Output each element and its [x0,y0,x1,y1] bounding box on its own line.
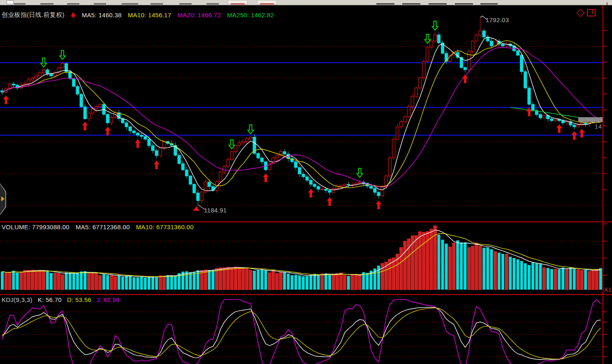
diamond-icon[interactable] [576,8,585,17]
buy-signal-arrow [579,129,585,138]
kdj-j-value: J: 62.98 [97,296,120,303]
kdj-d-line [2,308,601,359]
sell-signal-arrow [357,168,363,177]
ma5-line [2,37,601,191]
current-price-marker [578,117,603,122]
buy-signal-arrow [526,108,532,116]
expand-arrow-icon [1,196,5,201]
price-axis [603,6,607,364]
ma20-line [2,48,601,187]
menu-bar[interactable] [0,0,612,5]
buy-signal-arrow [3,95,9,104]
trading-terminal: { "main_pane": { "title": "创业板指(日线.前复权)"… [0,0,612,364]
current-price-label: 14 [595,123,602,130]
menu-item[interactable] [480,3,498,5]
menu-indicator [607,2,607,5]
menu-button-red[interactable] [228,0,248,5]
kdj-title: KDJ(9,3,3) [2,296,32,303]
low-price-annotation: 1184.91 [204,207,227,214]
up-trend-icon [71,12,76,16]
ma10-value: MA10: 1456.17 [128,12,172,18]
kdj-header: KDJ(9,3,3) K: 56.70 D: 53.56 J: 62.98 [2,296,120,303]
menu-item[interactable] [40,3,53,5]
volume-value: VOLUME: 77993088.00 [2,223,70,230]
kdj-gridlines [0,312,603,357]
menu-button-red[interactable] [257,0,277,5]
menu-item[interactable] [179,3,192,5]
sell-signal-arrow [229,140,235,149]
ma250-value: MA250: 1462.82 [227,12,274,18]
buy-signal-arrow [462,74,468,83]
menu-item[interactable] [94,3,106,5]
split-window-icon[interactable] [587,9,596,16]
buy-signal-arrow [327,197,333,206]
main-gridlines [0,46,603,205]
ma-lines-layer [2,37,601,191]
kdj-k-line [2,307,601,359]
buy-signal-arrow [263,174,269,182]
menu-item[interactable] [151,3,163,5]
pane-controls [577,9,596,16]
app-logo-icon[interactable] [7,0,14,4]
buy-signal-arrow [571,131,577,140]
pane-separator [0,221,612,222]
ma5-value: MA5: 1460.38 [82,12,122,18]
buy-signal-arrow [135,139,141,148]
low-triangle-marker [193,206,199,211]
sell-signal-arrow [248,125,253,134]
buy-signal-arrow [376,200,382,209]
kdj-d-value: D: 53.56 [67,296,91,303]
chart-canvas[interactable] [0,0,612,364]
menu-item[interactable] [429,3,447,5]
sell-signal-arrow [432,21,438,30]
menu-item[interactable] [206,3,219,5]
menu-item[interactable] [376,3,394,5]
buy-signal-arrow [556,124,562,133]
menu-item[interactable] [14,3,26,5]
volume-ma10-value: MA10: 67731360.00 [136,223,194,230]
ma20-value: MA20: 1466.72 [177,12,221,18]
volume-gridlines [0,241,603,275]
kdj-lines-layer [2,299,601,364]
menu-item[interactable] [67,3,79,5]
menu-item[interactable] [455,3,473,5]
support-resistance-lines [0,62,603,135]
buy-signal-arrow [105,127,111,136]
sell-signal-arrow [60,51,65,60]
kdj-k-value: K: 56.70 [38,296,62,303]
menu-item[interactable] [122,3,138,5]
volume-header: VOLUME: 77993088.00 MA5: 67712368.00 MA1… [2,223,194,230]
buy-signal-arrow [308,189,314,198]
volume-ma5-value: MA5: 67712368.00 [76,223,130,230]
main-chart-header: 创业板指(日线.前复权) MA5: 1460.38 MA10: 1456.17 … [2,11,274,19]
volume-axis-unit: X1 [604,286,612,293]
buy-signal-arrow [82,122,88,130]
kdj-j-line [2,299,601,364]
sell-signal-arrow [424,34,430,43]
menu-item[interactable] [402,3,420,5]
buy-signal-arrow [154,161,160,169]
pane-separator [0,294,612,295]
high-price-annotation: 1792.03 [486,16,509,23]
symbol-title: 创业板指(日线.前复权) [2,11,65,19]
